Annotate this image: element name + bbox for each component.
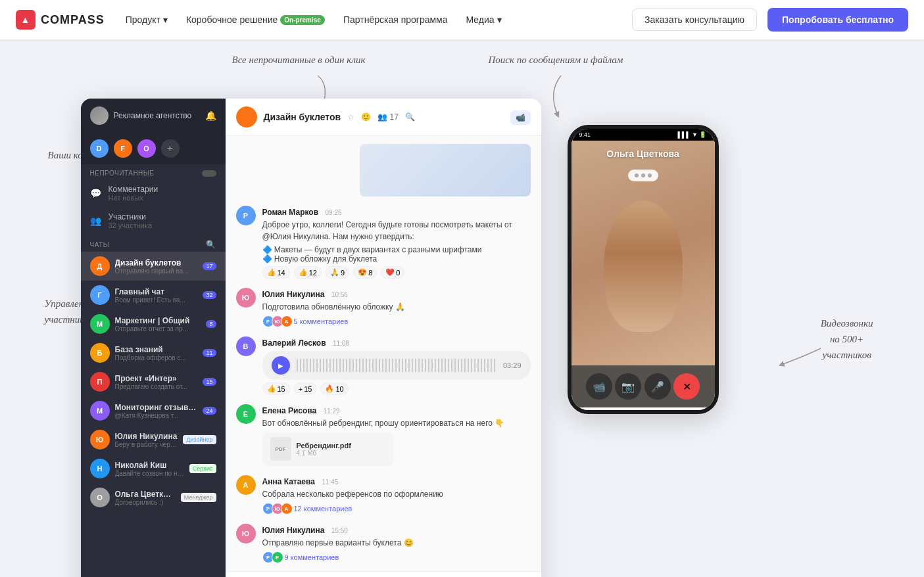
chat-search-icon[interactable]: 🔍	[206, 240, 216, 249]
phone-end-btn[interactable]: ✕	[673, 373, 700, 400]
chat-preview-3: Подборка офферов с...	[115, 354, 198, 361]
msg-text-6: Отправляю первые варианты буклета 😊	[262, 537, 531, 549]
chat-item-4[interactable]: П Проект «Интер» Предлагаю создать от...…	[81, 367, 226, 396]
chat-name-8: Ольга Цветкова	[115, 490, 176, 499]
workspace-avatar	[90, 106, 109, 125]
sidebar-nav-comments[interactable]: 💬 Комментарии Нет новых	[81, 179, 226, 207]
nav-links: Продукт ▾ Коробочное решение On-premise …	[126, 14, 611, 25]
chat-avatar-5: М	[90, 401, 110, 421]
chat-avatar-6: Ю	[90, 430, 110, 450]
bell-icon[interactable]: 🔔	[205, 110, 216, 121]
chat-badge-4: 15	[203, 378, 216, 386]
chat-avatar-2: М	[90, 314, 110, 334]
nav-box[interactable]: Коробочное решение On-premise	[186, 14, 325, 25]
typing-indicator	[628, 170, 658, 181]
caller-name: Ольга Цветкова	[606, 149, 679, 159]
chat-badge-5: 24	[203, 407, 216, 415]
sidebar-nav-members[interactable]: 👥 Участники 32 участника	[81, 207, 226, 235]
try-button[interactable]: Попробовать бесплатно	[767, 8, 908, 32]
msg-reactions-1: 👍 14 👍 12 🙏 9 😍 8 ❤️ 0	[262, 266, 531, 279]
chat-avatar-1: Г	[90, 285, 110, 305]
members-count-icon[interactable]: 👥 17	[377, 112, 399, 122]
phone-time: 9:41	[579, 131, 591, 138]
pdf-attachment[interactable]: PDF Ребрендинг.pdf 4.1 Мб	[262, 432, 394, 466]
phone-flip-btn[interactable]: 📷	[615, 373, 641, 400]
navbar: ▲ COMPASS Продукт ▾ Коробочное решение O…	[0, 0, 924, 39]
logo-text: COMPASS	[41, 13, 105, 27]
chat-name-1: Главный чат	[115, 287, 198, 296]
members-sub: 32 участника	[109, 221, 216, 229]
audio-duration: 03:29	[503, 361, 522, 369]
phone-camera-btn[interactable]: 📹	[586, 373, 612, 400]
msg-comments-6[interactable]: Р Е 9 комментариев	[262, 551, 531, 563]
team-avatar-o[interactable]: O	[137, 139, 156, 158]
message-2: Ю Юлия Никулина 10:56 Подготовила обновл…	[236, 288, 531, 327]
msg-bullets-1: 🔷 Макеты — будут в двух вариантах с разн…	[262, 245, 531, 264]
chat-name-7: Николай Киш	[115, 461, 184, 470]
phone-status-bar: 9:41 ▌▌▌ ▼ 🔋	[571, 129, 715, 141]
phone-mockup: 9:41 ▌▌▌ ▼ 🔋 Ольга Цветкова 📹 📷	[568, 125, 719, 414]
msg-text-1: Доброе утро, коллеги! Сегодня будьте гот…	[262, 219, 531, 242]
msg-reactions-3: 👍 15 + 15 🔥 10	[262, 382, 531, 395]
chat-item-1[interactable]: Г Главный чат Всем привет! Есть ва... 32	[81, 281, 226, 310]
msg-time-6: 15:50	[331, 527, 348, 534]
chat-header-avatar	[236, 106, 257, 127]
chat-item-2[interactable]: М Маркетинг | Общий Отправьте отчет за п…	[81, 310, 226, 338]
chats-section-label: ЧАТЫ 🔍	[81, 235, 226, 252]
chat-item-8[interactable]: О Ольга Цветкова Договорились :) Менедже…	[81, 483, 226, 512]
chat-header: Дизайн буклетов ☆ 🙂 👥 17 🔍 📹	[226, 99, 541, 136]
msg-avatar-2: Ю	[236, 288, 256, 308]
phone-mic-btn[interactable]: 🎤	[644, 373, 671, 400]
comments-sub: Нет новых	[109, 194, 216, 202]
nav-product[interactable]: Продукт ▾	[126, 14, 168, 25]
team-avatar-f[interactable]: F	[114, 139, 132, 158]
team-avatar-d[interactable]: D	[90, 139, 109, 158]
audio-play-button[interactable]: ▶	[272, 356, 290, 375]
chat-item-6[interactable]: Ю Юлия Никулина Беру в работу через 2...…	[81, 425, 226, 454]
chat-item-3[interactable]: Б База знаний Подборка офферов с... 11	[81, 338, 226, 367]
chat-avatar-0: Д	[90, 256, 110, 276]
nav-media[interactable]: Медиа ▾	[466, 14, 502, 25]
message-3: В Валерий Лесков 11:08 ▶ 03:29 👍 15	[236, 336, 531, 395]
pdf-icon: PDF	[270, 437, 291, 461]
comments-icon: 💬	[90, 188, 102, 198]
emoji-icon[interactable]: 🙂	[361, 112, 371, 122]
chat-name-3: База знаний	[115, 345, 198, 354]
members-icon: 👥	[90, 216, 102, 226]
msg-time-2: 10:56	[331, 291, 348, 298]
workspace-name[interactable]: Рекламное агентство	[114, 111, 205, 120]
msg-time-3: 11:08	[333, 340, 349, 347]
star-icon[interactable]: ☆	[347, 112, 354, 122]
caller-face	[604, 200, 683, 332]
sidebar-header: Рекламное агентство 🔔	[81, 99, 226, 133]
team-add-button[interactable]: +	[161, 139, 180, 158]
search-chat-icon[interactable]: 🔍	[405, 112, 415, 122]
msg-sender-4: Елена Рисова	[262, 406, 317, 415]
logo: ▲ COMPASS	[16, 10, 105, 30]
chat-item-7[interactable]: Н Николай Киш Давайте созвон по на... Се…	[81, 454, 226, 483]
chat-avatar-4: П	[90, 372, 110, 392]
msg-avatar-5: А	[236, 475, 256, 495]
chat-preview-6: Беру в работу через 2...	[115, 441, 178, 448]
audio-waveform	[297, 359, 497, 372]
unread-section-label: НЕПРОЧИТАННЫЕ	[81, 164, 226, 179]
on-premise-badge: On-premise	[280, 15, 325, 25]
nav-partner[interactable]: Партнёрская программа	[343, 14, 448, 25]
msg-comments-5[interactable]: Р Ю А 12 комментариев	[262, 503, 531, 515]
chat-preview-5: @Катя Кузнецова т...	[115, 412, 198, 419]
chat-video-btn[interactable]: 📹	[510, 111, 531, 123]
msg-comments-2[interactable]: Р Ю А 5 комментариев	[262, 315, 531, 327]
chat-preview-4: Предлагаю создать от...	[115, 383, 198, 390]
unread-toggle[interactable]	[202, 170, 216, 177]
chat-preview-8: Договорились :)	[115, 499, 176, 506]
caller-photo: Ольга Цветкова	[571, 141, 715, 365]
chat-item-0[interactable]: Д Дизайн буклетов Отправляю первый ва...…	[81, 252, 226, 281]
chat-name-0: Дизайн буклетов	[115, 258, 198, 267]
chat-badge-1: 32	[203, 291, 216, 299]
msg-text-4: Вот обновлённый ребрендинг, прошу ориент…	[262, 417, 531, 429]
chat-badge-0: 17	[203, 262, 216, 270]
msg-sender-6: Юлия Никулина	[262, 526, 325, 535]
sidebar-teams: D F O +	[81, 133, 226, 164]
consult-button[interactable]: Заказать консультацию	[632, 9, 757, 31]
chat-item-5[interactable]: М Мониторинг отзывов @Катя Кузнецова т..…	[81, 396, 226, 425]
